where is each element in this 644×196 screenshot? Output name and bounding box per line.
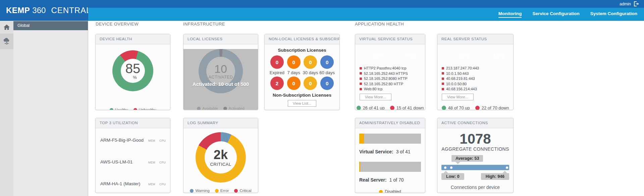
- device-health-unit: %: [133, 75, 137, 80]
- sidebar-item-global[interactable]: Global: [13, 21, 88, 30]
- device-health-percent: 85: [125, 62, 141, 75]
- healthy-dot-icon: [110, 108, 113, 110]
- log-summary-legend: Warning Error Critical: [183, 189, 258, 193]
- tab-monitoring[interactable]: Monitoring: [498, 11, 522, 18]
- legend-warning: Warning: [195, 189, 209, 193]
- vss-up-down-bar: 63% 37%: [359, 50, 421, 62]
- unhealthy-dot-icon: [133, 108, 137, 110]
- device-name: ARM-F5-Big-IP-Good: [100, 138, 148, 143]
- device-name: ARM-HA-1 (Master): [100, 181, 148, 186]
- label-expired: Expired: [269, 70, 285, 75]
- down-dot-icon: [390, 106, 394, 110]
- down-dot-icon: [475, 106, 480, 110]
- subscription-licenses-heading: Subscription Licenses: [265, 48, 339, 53]
- rss-up-down-bar: 68% 32%: [441, 50, 509, 62]
- vss-list-item: 52.18.165.252:443 HTTPS: [360, 71, 425, 76]
- section-infrastructure: INFRASTRUCTURE: [183, 21, 225, 27]
- sidebar-home-button[interactable]: [0, 21, 13, 34]
- vss-view-more-button[interactable]: View More...: [360, 94, 391, 100]
- non-subscription-licenses-heading: Non-Subscription Licenses: [265, 93, 339, 98]
- rss-list-item: 40.68.219.81:443: [442, 77, 513, 81]
- rss-view-more-button[interactable]: View More...: [442, 94, 474, 100]
- tab-system-configuration[interactable]: System Configuration: [590, 11, 637, 18]
- status-square-icon: [360, 72, 362, 75]
- rss-list-item: 10.0.1.50:443: [442, 71, 513, 76]
- low-high-row: Low: 0 High: 946: [441, 173, 509, 180]
- logout-icon[interactable]: [634, 1, 639, 6]
- card-top3-title: TOP 3 UTILIZATION: [96, 118, 170, 128]
- sidebar-network-button[interactable]: [0, 34, 13, 49]
- local-licenses-tooltip: Activated: 10 out of 500: [183, 81, 258, 87]
- warning-dot-icon: [190, 189, 194, 193]
- logo-suite: CENTRAL: [51, 6, 91, 15]
- utilization-row: ARM-F5-Big-IP-Good MEM CPU: [96, 130, 170, 150]
- average-marker-dot: [450, 166, 452, 169]
- license-labels-row: Expired 7 days 30 days 60 days: [265, 70, 339, 75]
- status-square-icon: [442, 88, 444, 90]
- label-7days: 7 days: [285, 70, 302, 75]
- card-top3-utilization: TOP 3 UTILIZATION ARM-F5-Big-IP-Good MEM…: [95, 118, 170, 193]
- low-marker-dot: [444, 166, 446, 169]
- legend-unhealthy: Unhealthy: [139, 108, 156, 110]
- real-server-disabled-bar: [359, 162, 421, 172]
- utilization-row: AWS-US-LM-01 MEM CPU: [96, 152, 170, 172]
- non-subscription-7days-count: 0: [287, 77, 301, 90]
- rss-list-item: 40.68.156.214:443: [442, 87, 513, 91]
- log-summary-donut: 2k CRITICAL: [196, 132, 246, 183]
- rss-down-bar: 32%: [487, 50, 509, 62]
- device-health-donut: 85 %: [112, 50, 153, 91]
- log-critical-label: CRITICAL: [210, 162, 231, 167]
- vss-service-list: HTTP2 Passthru:4040 tcp 52.18.165.252:44…: [360, 66, 425, 91]
- legend-healthy: Healthy: [115, 108, 128, 110]
- aggregate-connections-value: 1078: [437, 132, 513, 146]
- subscription-expired-count: 0: [270, 55, 284, 69]
- error-dot-icon: [215, 189, 219, 193]
- aggregate-connections-label: AGGREGATE CONNECTIONS: [437, 146, 513, 152]
- logo-brand: KEMP: [6, 6, 30, 15]
- status-square-icon: [442, 72, 444, 75]
- rss-down-count: 22 of 70 down: [482, 105, 509, 110]
- vss-down-count: 15 of 41 down: [396, 105, 424, 110]
- vss-down-bar: 37%: [398, 50, 421, 62]
- kemp360-dashboard: KEMP 360 CENTRAL admin Monitoring Servic…: [0, 0, 644, 196]
- rss-server-list: 213.187.247.70:443 10.0.1.50:443 40.68.2…: [442, 66, 513, 91]
- device-health-legend: Healthy Unhealthy: [96, 108, 170, 110]
- card-administratively-disabled: ADMINISTRATIVELY DISABLED Virtual Servic…: [355, 118, 425, 193]
- section-device-overview: DEVICE OVERVIEW: [96, 21, 139, 27]
- status-square-icon: [442, 67, 444, 69]
- up-dot-icon: [357, 106, 361, 110]
- critical-dot-icon: [234, 189, 238, 193]
- label-60days: 60 days: [319, 70, 335, 75]
- card-vss-title: VIRTUAL SERVICE STATUS: [355, 34, 425, 44]
- up-dot-icon: [442, 106, 446, 110]
- utilization-row: ARM-HA-1 (Master) MEM CPU: [96, 174, 170, 193]
- rss-legend: 48 of 70 up 22 of 70 down: [437, 105, 513, 110]
- card-admin-disabled-title: ADMINISTRATIVELY DISABLED: [355, 118, 425, 128]
- virtual-service-disabled-label: Virtual Service:3 of 41: [359, 149, 421, 154]
- legend-critical: Critical: [239, 189, 251, 193]
- sidebar: Global: [0, 21, 88, 196]
- vss-list-item: 52.18.165.252:80 HTTP: [360, 82, 425, 86]
- nav-tabs: Monitoring Service Configuration System …: [88, 8, 644, 21]
- view-list-button[interactable]: View List...: [288, 100, 316, 107]
- virtual-service-disabled-bar: [359, 134, 421, 144]
- rss-up-count: 48 of 70 up: [448, 105, 470, 110]
- subscription-circles-row: 0 0 0 0: [265, 55, 339, 69]
- vss-list-item: Web:80 tcp: [360, 87, 425, 91]
- card-non-local-title: NON-LOCAL LICENSES & SUBSCRIPTIONS: [265, 34, 339, 44]
- connections-slider: [441, 165, 509, 170]
- logo-product: 360: [32, 6, 46, 15]
- tab-service-configuration[interactable]: Service Configuration: [532, 11, 579, 18]
- status-square-icon: [360, 67, 362, 69]
- status-square-icon: [442, 78, 444, 80]
- card-active-connections: ACTIVE CONNECTIONS 1078 AGGREGATE CONNEC…: [437, 118, 514, 193]
- rss-list-item: 213.187.247.70:443: [442, 66, 513, 70]
- topbar: admin: [88, 0, 644, 8]
- high-marker-dot: [506, 166, 508, 169]
- vss-up-bar: 63%: [359, 50, 398, 62]
- status-square-icon: [360, 78, 362, 80]
- status-square-icon: [360, 83, 362, 85]
- user-name[interactable]: admin: [620, 2, 631, 6]
- card-virtual-service-status: VIRTUAL SERVICE STATUS 63% 37% HTTP2 Pas…: [355, 34, 425, 110]
- vss-up-count: 26 of 41 up: [363, 105, 385, 110]
